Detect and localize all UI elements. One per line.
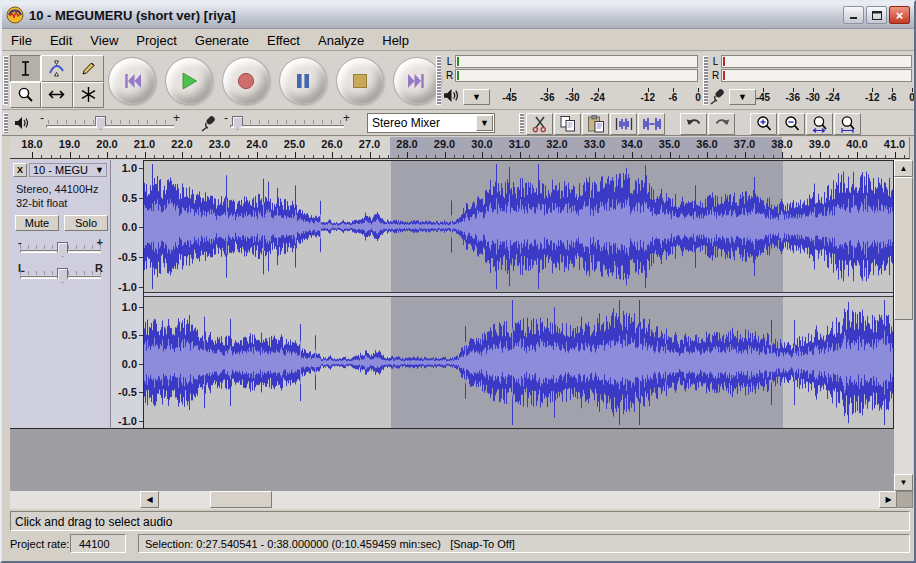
ruler-minor-tick (60, 155, 61, 158)
window-title: 10 - MEGUMERU (short ver) [riya] (29, 8, 841, 23)
ruler-minor-tick (435, 155, 436, 158)
menu-generate[interactable]: Generate (186, 31, 258, 50)
toolbar-gripper[interactable] (519, 113, 524, 133)
track-pan-thumb[interactable] (57, 268, 68, 283)
toolbar-gripper[interactable] (3, 113, 8, 133)
menu-help[interactable]: Help (373, 31, 418, 50)
cut-button[interactable] (526, 113, 553, 135)
meter-bar[interactable] (455, 69, 698, 82)
tool-palette (10, 55, 104, 108)
speaker-icon (443, 88, 460, 105)
meter-menu-button[interactable]: ▼ (463, 89, 490, 105)
meter-bar[interactable] (721, 55, 912, 68)
amplitude-label: -1.0 (118, 415, 137, 427)
menu-view[interactable]: View (81, 31, 127, 50)
menu-edit[interactable]: Edit (41, 31, 81, 50)
toolbar-gripper[interactable] (436, 56, 441, 105)
vertical-scrollbar[interactable]: ▲ ▼ (894, 160, 913, 491)
ruler-time-label: 41.0 (884, 138, 905, 150)
ruler-tick (370, 152, 371, 158)
ruler-minor-tick (604, 155, 605, 158)
vertical-scroll-thumb[interactable] (894, 177, 913, 320)
paste-button[interactable] (582, 113, 609, 135)
slider-max-label: + (173, 111, 180, 125)
scroll-up-button[interactable]: ▲ (894, 160, 913, 177)
ruler-minor-tick (79, 155, 80, 158)
mute-button[interactable]: Mute (15, 215, 59, 231)
horizontal-scroll-thumb[interactable] (210, 491, 272, 508)
ruler-minor-tick (651, 155, 652, 158)
meter-menu-button[interactable]: ▼ (729, 89, 756, 105)
ruler-tick (332, 152, 333, 158)
combo-dropdown-button[interactable]: ▼ (476, 115, 493, 131)
ruler-time-label: 18.0 (21, 138, 42, 150)
skip-to-end-button[interactable] (393, 57, 441, 105)
minimize-button[interactable] (843, 6, 864, 24)
meter-bar[interactable] (455, 55, 698, 68)
scroll-down-button[interactable]: ▼ (894, 474, 913, 491)
close-button[interactable]: × (889, 6, 910, 24)
title-bar[interactable]: 10 - MEGUMERU (short ver) [riya] × (2, 2, 914, 29)
ruler-time-label: 33.0 (584, 138, 605, 150)
menu-project[interactable]: Project (127, 31, 185, 50)
menu-file[interactable]: File (2, 31, 41, 50)
copy-button[interactable] (554, 113, 581, 135)
project-rate-value[interactable]: 44100 (70, 534, 126, 553)
ruler-tick (520, 152, 521, 158)
arrow-up-icon: ▲ (900, 164, 908, 173)
envelope-tool-button[interactable] (41, 55, 72, 82)
track-title-menu[interactable]: 10 - MEGU ▼ (29, 163, 107, 177)
solo-button[interactable]: Solo (64, 215, 108, 231)
track-pan-slider[interactable]: L R (14, 262, 107, 288)
ruler-minor-tick (210, 155, 211, 158)
track-gain-thumb[interactable] (57, 242, 68, 257)
ruler-minor-tick (454, 155, 455, 158)
input-source-select[interactable]: Stereo Mixer ▼ (367, 113, 495, 133)
time-shift-tool-icon (48, 86, 65, 103)
fit-selection-button[interactable] (806, 113, 833, 135)
silence-button[interactable] (638, 113, 665, 135)
menu-effect[interactable]: Effect (258, 31, 309, 50)
zoom-out-button[interactable] (778, 113, 805, 135)
maximize-button[interactable] (866, 6, 887, 24)
track-gain-slider[interactable]: - + (14, 236, 107, 262)
horizontal-scrollbar[interactable]: ◀ ▶ (10, 491, 913, 509)
record-button[interactable] (222, 57, 270, 105)
stop-button[interactable] (336, 57, 384, 105)
skip-to-start-icon (122, 71, 142, 91)
play-button[interactable] (165, 57, 213, 105)
ruler-time-label: 21.0 (134, 138, 155, 150)
waveform-channel-left[interactable] (144, 161, 893, 292)
draw-tool-button[interactable] (73, 55, 104, 82)
skip-to-start-button[interactable] (108, 57, 156, 105)
undo-button[interactable] (680, 113, 707, 135)
ruler-time-label: 29.0 (434, 138, 455, 150)
track-close-button[interactable]: X (13, 163, 27, 177)
menu-analyze[interactable]: Analyze (309, 31, 373, 50)
fit-project-button[interactable] (834, 113, 861, 135)
scroll-left-button[interactable]: ◀ (140, 491, 159, 508)
meter-scale-label: -36 (540, 92, 554, 103)
multi-tool-icon (80, 86, 97, 103)
silence-icon (642, 115, 662, 133)
redo-button[interactable] (708, 113, 735, 135)
microphone-icon (709, 88, 726, 105)
track-control-panel: X 10 - MEGU ▼ Stereo, 44100Hz 32-bit flo… (10, 160, 111, 429)
trim-button[interactable] (610, 113, 637, 135)
output-volume-slider[interactable]: - + (38, 112, 182, 134)
input-volume-slider[interactable]: - + (222, 112, 352, 134)
selection-tool-button[interactable] (10, 55, 41, 82)
time-shift-tool-button[interactable] (41, 82, 72, 109)
toolbar-gripper[interactable] (3, 56, 8, 105)
zoom-in-button[interactable] (750, 113, 777, 135)
waveform-channel-right[interactable] (144, 297, 893, 428)
ruler-minor-tick (285, 155, 286, 158)
ruler-minor-tick (416, 155, 417, 158)
multi-tool-button[interactable] (73, 82, 104, 109)
zoom-tool-button[interactable] (10, 82, 41, 109)
ruler-time-label: 23.0 (209, 138, 230, 150)
meter-bar[interactable] (721, 69, 912, 82)
ruler-minor-tick (848, 155, 849, 158)
pause-button[interactable] (279, 57, 327, 105)
timeline-ruler[interactable]: 18.019.020.021.022.023.024.025.026.027.0… (10, 137, 910, 159)
